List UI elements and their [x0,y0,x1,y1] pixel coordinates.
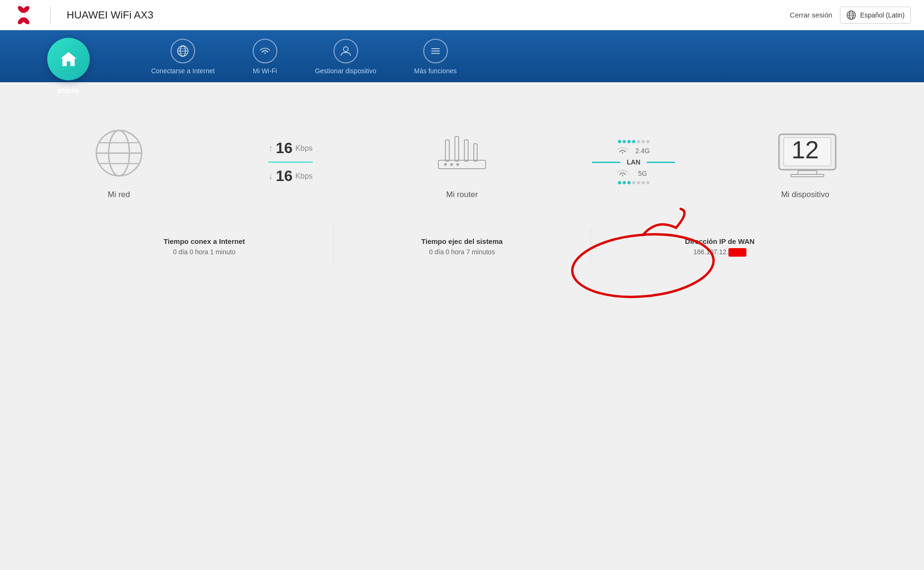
nav-item-home[interactable]: Inicio [47,38,90,95]
dot2 [623,140,626,143]
router-icon [429,130,495,177]
dot3 [627,140,631,143]
upload-unit: Kbps [295,144,312,153]
ip-redact-bar [728,248,746,257]
nav-item-devices[interactable]: Gestionar dispositivo [296,31,395,82]
network-bands-card[interactable]: 2.4G LAN 5G [553,134,715,190]
nav-item-wifi[interactable]: Mi Wi-Fi [234,31,296,82]
nav-wifi-label: Mi Wi-Fi [253,67,277,75]
dot1 [618,140,621,143]
wifi-24g-icon [616,146,629,155]
speed-divider [268,162,313,163]
nav-item-more[interactable]: Más funciones [395,31,476,82]
info-item-system-time: Tiempo ejec del sistema 0 día 0 hora 7 m… [334,228,591,265]
wifi-nav-icon [258,44,272,58]
upload-speed-row: ↑ 16 Kbps [268,139,313,157]
wifi-icon-circle [253,39,277,63]
huawei-logo [13,5,34,26]
dot-5g-5 [637,181,640,184]
dot-5g-6 [642,181,645,184]
info-internet-time-label: Tiempo conex a Internet [163,237,245,245]
svg-point-30 [450,163,453,166]
speed-icon-area: ↑ 16 Kbps ↓ 16 Kbps [268,134,313,190]
globe-icon [846,10,856,20]
mi-dispositivo-card[interactable]: 12 Mi dispositivo [724,125,886,199]
nav-devices-label: Gestionar dispositivo [315,67,376,75]
info-system-time-value: 0 día 0 hora 7 minutos [429,248,495,256]
logout-button[interactable]: Cerrar sesión [790,11,832,19]
upload-arrow-icon: ↑ [268,143,273,154]
svg-rect-34 [798,171,817,174]
info-wan-ip-label: Dirección IP de WAN [685,237,754,245]
app-title: HUAWEI WiFi AX3 [67,9,154,21]
info-item-wan-ip: Dirección IP de WAN 186.107.12. [591,228,848,266]
mi-router-label: Mi router [446,190,478,199]
person-icon [339,44,352,58]
mi-dispositivo-icon-area: 12 [777,125,833,181]
svg-rect-26 [455,137,459,161]
language-label: Español (Latin) [860,11,905,19]
mi-red-label: Mi red [108,190,130,199]
mi-router-icon-area [429,125,495,181]
svg-rect-25 [445,140,449,161]
band-5g-dots [618,181,650,184]
devices-icon-circle [334,39,358,63]
nav-internet-label: Conectarse a Internet [151,67,215,75]
dot6 [642,140,645,143]
dot5 [637,140,640,143]
huawei-flower-icon [13,5,34,26]
internet-icon [176,44,189,58]
mi-red-icon-area [93,125,145,181]
dot-5g-1 [618,181,621,184]
more-icon-circle [423,39,448,63]
dot-5g-3 [627,181,631,184]
lan-row: LAN [586,158,681,166]
band-24g-wifi: 2.4G [616,146,651,155]
dashboard-row: Mi red ↑ 16 Kbps ↓ 16 Kbps [38,125,886,199]
band-24g-label: 2.4G [634,147,651,155]
svg-rect-35 [791,174,824,177]
mi-red-globe-icon [93,127,145,179]
language-selector[interactable]: Español (Latin) [840,7,911,24]
download-speed-row: ↓ 16 Kbps [268,167,313,185]
svg-rect-27 [464,140,468,161]
nav-item-internet[interactable]: Conectarse a Internet [132,31,234,82]
band-5g-label: 5G [634,170,651,177]
dot4 [632,140,635,143]
speed-card: ↑ 16 Kbps ↓ 16 Kbps [209,134,371,190]
mi-dispositivo-label: Mi dispositivo [781,190,829,199]
dot7 [646,140,650,143]
dot-5g-2 [623,181,626,184]
info-item-internet-time: Tiempo conex a Internet 0 día 0 hora 1 m… [76,228,334,265]
dot-5g-4 [632,181,635,184]
nav-home-label: Inicio [58,86,79,95]
lan-line-right [647,162,675,163]
dot-5g-7 [646,181,650,184]
info-bar: Tiempo conex a Internet 0 día 0 hora 1 m… [38,228,886,266]
nav-more-label: Más funciones [414,67,457,75]
speed-area: ↑ 16 Kbps ↓ 16 Kbps [268,139,313,185]
lan-label: LAN [625,158,642,166]
menu-icon [429,44,442,58]
svg-point-31 [456,163,459,166]
logo-area: HUAWEI WiFi AX3 [13,5,154,26]
monitor-wrapper: 12 [777,132,833,174]
bands-icon-area: 2.4G LAN 5G [586,134,681,190]
wifi-5g-icon [616,169,629,178]
band-24g-dots [618,140,650,143]
mi-red-card[interactable]: Mi red [38,125,200,199]
mi-router-card[interactable]: Mi router [381,125,543,199]
download-unit: Kbps [295,172,312,181]
header-divider [50,7,51,24]
device-count: 12 [791,138,819,162]
svg-rect-28 [474,144,477,161]
info-wan-ip-value: 186.107.12. [693,248,746,257]
internet-icon-circle [171,39,195,63]
svg-point-15 [343,47,348,52]
upload-value: 16 [276,139,293,157]
info-system-time-label: Tiempo ejec del sistema [421,237,503,245]
svg-point-29 [444,163,447,166]
download-arrow-icon: ↓ [268,171,273,181]
header-right: Cerrar sesión Español (Latin) [790,7,911,24]
download-value: 16 [276,167,293,185]
